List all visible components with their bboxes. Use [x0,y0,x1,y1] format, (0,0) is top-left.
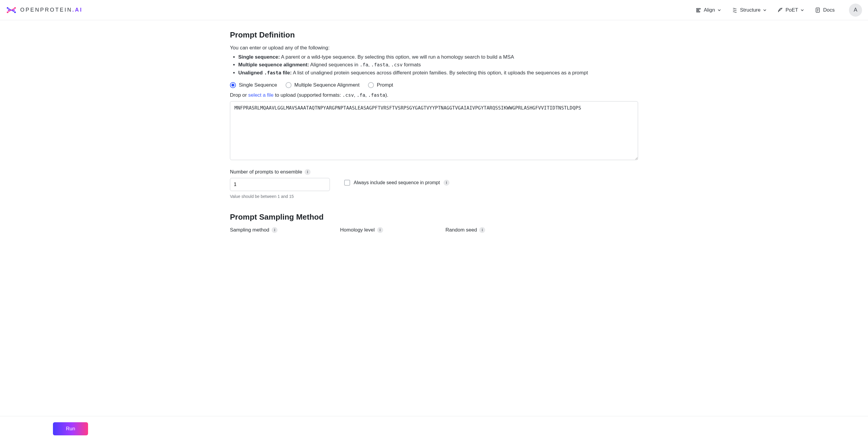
bullet-unaligned-rest: A list of unaligned protein sequences ac… [292,70,588,76]
info-icon[interactable]: i [305,169,311,175]
random-seed-label: Random seed [445,227,477,233]
brand-word-prefix: OPENPROTEIN [20,7,72,13]
chevron-down-icon [763,8,767,12]
radio-dot-icon [368,82,374,88]
sampling-method-label: Sampling method [230,227,269,233]
structure-icon [732,7,738,13]
num-prompts-input[interactable] [230,178,330,191]
drop-upload-line: Drop or select a file to upload (support… [230,92,638,98]
radio-msa[interactable]: Multiple Sequence Alignment [285,82,360,88]
nav-align-label: Align [704,7,715,13]
bullet-msa-bold: Multiple sequence alignment: [238,62,309,67]
svg-point-5 [13,9,14,11]
avatar-initial: A [854,7,857,13]
radio-dot-icon [285,82,291,88]
homology-level-field: Homology level i [340,227,383,233]
info-icon[interactable]: i [377,227,383,233]
checkbox-box-icon [344,180,350,186]
code-fasta: .fasta [371,62,389,67]
brand-word-suffix: .AI [72,7,83,13]
radio-msa-label: Multiple Sequence Alignment [294,82,360,88]
code-csv: .csv [391,62,403,67]
chevron-down-icon [801,8,804,12]
radio-prompt-label: Prompt [377,82,393,88]
homology-level-label: Homology level [340,227,374,233]
sampling-method-title: Prompt Sampling Method [230,212,638,222]
feather-icon [777,7,783,13]
avatar[interactable]: A [849,4,862,17]
code-csv: .csv [342,92,354,98]
nav-poet[interactable]: PoET [776,5,806,15]
nav-structure[interactable]: Structure [731,5,768,15]
include-seed-label: Always include seed sequence in prompt [354,180,440,185]
sampling-row: Sampling method i Homology level i Rando… [230,227,638,233]
run-bar: Run [0,416,868,441]
page-main: Prompt Definition You can enter or uploa… [223,20,645,272]
docs-icon [815,7,821,13]
svg-point-3 [14,7,16,9]
bullet-msa-pre: Aligned sequences in [309,62,360,67]
svg-point-1 [14,11,16,13]
include-seed-checkbox[interactable]: Always include seed sequence in prompt i [344,180,450,186]
radio-dot-icon [230,82,236,88]
nav-align[interactable]: Align [694,5,722,15]
run-button[interactable]: Run [53,422,88,435]
num-prompts-field: Number of prompts to ensemble i Value sh… [230,169,330,199]
svg-rect-6 [696,8,700,9]
align-icon [695,7,702,13]
brand-wordmark: OPENPROTEIN.AI [20,7,83,13]
radio-prompt[interactable]: Prompt [368,82,393,88]
sampling-method-field: Sampling method i [230,227,278,233]
nav-docs[interactable]: Docs [813,5,836,15]
code-fasta: .fasta [368,92,385,98]
brand[interactable]: OPENPROTEIN.AI [6,5,83,16]
bullet-single-bold: Single sequence: [238,54,280,60]
bullet-unaligned: Unaligned .fasta file: A list of unalign… [238,69,638,77]
code-fasta-bold: .fasta [264,70,281,76]
code-fa: .fa [356,92,365,98]
svg-point-2 [7,11,8,13]
bullet-single-sequence: Single sequence: A parent or a wild-type… [238,53,638,61]
bullet-unaligned-pre: Unaligned [238,70,264,76]
bullet-single-rest: A parent or a wild-type sequence. By sel… [280,54,514,60]
app-header: OPENPROTEIN.AI Align Structure [0,0,868,20]
nav-poet-label: PoET [785,7,798,13]
sequence-input[interactable] [230,101,638,160]
nav-structure-label: Structure [740,7,761,13]
radio-single-sequence[interactable]: Single Sequence [230,82,277,88]
prompt-definition-bullets: Single sequence: A parent or a wild-type… [230,53,638,77]
bullet-msa: Multiple sequence alignment: Aligned seq… [238,61,638,69]
nav-right: Align Structure PoET [694,4,862,17]
num-prompts-helper: Value should be between 1 and 15 [230,194,330,199]
prompt-definition-title: Prompt Definition [230,30,638,39]
code-fa: .fa [360,62,368,67]
radio-single-label: Single Sequence [239,82,277,88]
bullet-unaligned-boldpost: file: [281,70,292,76]
info-icon[interactable]: i [443,180,450,186]
random-seed-field: Random seed i [445,227,486,233]
num-prompts-label: Number of prompts to ensemble [230,169,302,175]
input-type-radio-group: Single Sequence Multiple Sequence Alignm… [230,82,638,88]
svg-point-4 [8,9,9,11]
nav-docs-label: Docs [823,7,835,13]
bullet-msa-post: formats [402,62,421,67]
info-icon[interactable]: i [479,227,485,233]
svg-rect-7 [696,10,699,11]
prompt-definition-intro: You can enter or upload any of the follo… [230,45,638,51]
info-icon[interactable]: i [272,227,278,233]
select-file-link[interactable]: select a file [248,92,273,98]
brand-logo-icon [6,5,17,16]
svg-rect-8 [696,11,700,12]
chevron-down-icon [717,8,721,12]
svg-point-0 [7,7,8,9]
